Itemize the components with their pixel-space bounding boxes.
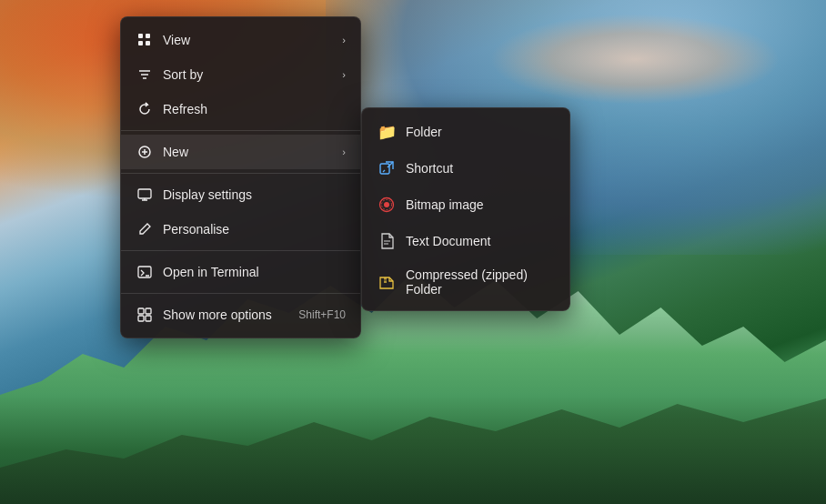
svg-rect-9: [138, 316, 144, 321]
pencil-icon: [136, 220, 154, 238]
svg-rect-17: [384, 279, 387, 281]
menu-item-personalise[interactable]: Personalise: [121, 212, 360, 247]
terminal-icon: [136, 263, 154, 281]
svg-rect-7: [138, 308, 144, 314]
separator-2: [121, 173, 360, 174]
arrow-icon: ›: [342, 69, 346, 80]
menu-item-display-label: Display settings: [163, 187, 346, 202]
submenu-item-shortcut[interactable]: Shortcut: [362, 150, 569, 186]
submenu-item-text-doc[interactable]: Text Document: [362, 223, 569, 259]
svg-point-13: [384, 202, 389, 207]
menu-item-terminal-label: Open in Terminal: [163, 265, 346, 279]
menu-item-view[interactable]: View ›: [121, 23, 360, 57]
shortcut-icon: [377, 158, 397, 178]
svg-rect-2: [138, 41, 143, 45]
submenu-zip-label: Compressed (zipped) Folder: [406, 267, 555, 297]
shortcut-label: Shift+F10: [298, 308, 346, 321]
context-menu: View › Sort by › Refresh New: [120, 16, 361, 338]
menu-item-refresh[interactable]: Refresh: [121, 92, 360, 126]
svg-rect-3: [146, 41, 150, 45]
separator-4: [121, 293, 360, 294]
text-doc-icon: [377, 231, 397, 251]
new-icon: [136, 143, 154, 161]
arrow-icon: ›: [342, 146, 346, 157]
svg-rect-5: [138, 189, 151, 198]
menu-item-refresh-label: Refresh: [163, 102, 346, 116]
menu-item-personalise-label: Personalise: [163, 222, 346, 237]
menu-item-new[interactable]: New ›: [121, 135, 360, 169]
refresh-icon: [136, 100, 154, 118]
submenu-folder-label: Folder: [406, 125, 442, 139]
menu-item-terminal[interactable]: Open in Terminal: [121, 255, 360, 289]
svg-rect-10: [146, 316, 151, 321]
menu-item-show-more[interactable]: Show more options Shift+F10: [121, 297, 360, 332]
submenu-item-bitmap[interactable]: Bitmap image: [362, 186, 569, 223]
folder-icon: 📁: [377, 122, 397, 142]
svg-rect-11: [380, 164, 389, 174]
menu-item-show-more-label: Show more options: [163, 307, 289, 322]
separator-1: [121, 130, 360, 131]
display-icon: [136, 186, 154, 204]
submenu-item-folder[interactable]: 📁 Folder: [362, 114, 569, 150]
separator-3: [121, 250, 360, 251]
svg-rect-15: [384, 277, 387, 279]
menu-item-sort-by[interactable]: Sort by ›: [121, 57, 360, 92]
svg-rect-0: [138, 34, 143, 38]
svg-rect-1: [146, 34, 150, 38]
menu-item-sort-label: Sort by: [163, 67, 333, 82]
submenu-bitmap-label: Bitmap image: [406, 197, 484, 212]
sort-icon: [136, 66, 154, 84]
menu-item-view-label: View: [163, 33, 333, 47]
zip-icon: [377, 272, 397, 292]
grid-icon: [136, 31, 154, 49]
more-icon: [136, 306, 154, 324]
svg-rect-16: [384, 281, 387, 283]
submenu-shortcut-label: Shortcut: [406, 161, 453, 176]
submenu-item-zip[interactable]: Compressed (zipped) Folder: [362, 259, 569, 305]
svg-rect-8: [146, 308, 151, 314]
arrow-icon: ›: [342, 35, 346, 45]
bitmap-icon: [377, 195, 397, 215]
menu-item-new-label: New: [163, 145, 333, 159]
menu-item-display-settings[interactable]: Display settings: [121, 177, 360, 212]
submenu-textdoc-label: Text Document: [406, 234, 490, 248]
new-submenu: 📁 Folder Shortcut Bitmap image: [361, 107, 570, 311]
